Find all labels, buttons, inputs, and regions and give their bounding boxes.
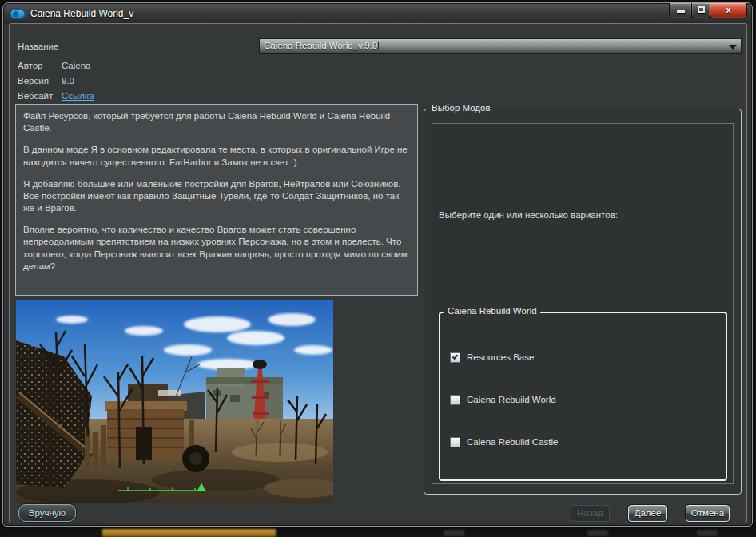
- minimize-button[interactable]: [669, 3, 692, 18]
- option-caiena-rebuild-world[interactable]: Caiena Rebuild World: [450, 393, 556, 406]
- taskbar-strip: [0, 527, 756, 537]
- mod-options-title: Caiena Rebuild World: [444, 306, 540, 316]
- option-label: Resources Base: [467, 352, 534, 362]
- manual-button[interactable]: Вручную: [18, 504, 76, 522]
- window-controls: x: [670, 3, 747, 19]
- installer-content: Название Caiena Rebuild World_v.9.0 Авто…: [9, 23, 747, 523]
- app-icon: [10, 9, 26, 19]
- titlebar[interactable]: Caiena Rebuild World_v: [4, 4, 751, 24]
- selection-instruction: Выберите один или несколько вариантов:: [439, 210, 618, 220]
- window-title: Caiena Rebuild World_v: [30, 8, 133, 19]
- check-icon: [452, 353, 459, 360]
- text-caret: [378, 42, 379, 50]
- option-caiena-rebuild-castle[interactable]: Caiena Rebuild Castle: [450, 436, 558, 448]
- website-label: Вебсайт: [18, 91, 53, 101]
- maximize-button[interactable]: [691, 3, 710, 18]
- checkbox-resources-base[interactable]: [450, 352, 460, 363]
- mod-selection-inner-panel: Выберите один или несколько вариантов: C…: [432, 123, 734, 484]
- chevron-down-icon: [729, 45, 737, 50]
- mod-selection-title: Выбор Модов: [428, 103, 494, 113]
- author-value: Caiena: [62, 61, 90, 70]
- mod-selection-group: Выбор Модов Выберите один или несколько …: [424, 109, 742, 495]
- website-link[interactable]: Ссылка: [62, 91, 94, 101]
- checkbox-caiena-rebuild-castle[interactable]: [450, 437, 460, 448]
- description-paragraph: Вполне вероятно, что количество и качест…: [23, 224, 410, 272]
- next-button[interactable]: Далее: [628, 505, 667, 522]
- taskbar-item: [587, 530, 608, 536]
- mod-version-value: Caiena Rebuild World_v.9.0: [264, 41, 377, 50]
- installer-window: Caiena Rebuild World_v x Название Caiena…: [2, 2, 753, 527]
- description-paragraph: Я добавляю большие или маленькие построй…: [23, 178, 410, 215]
- cancel-button[interactable]: Отмена: [686, 505, 730, 522]
- taskbar-item: [444, 530, 464, 536]
- option-label: Caiena Rebuild World: [467, 395, 556, 404]
- checkbox-caiena-rebuild-world[interactable]: [450, 395, 460, 405]
- mod-screenshot[interactable]: [16, 300, 333, 503]
- mod-options-group: Caiena Rebuild World Resources Base Caie…: [439, 312, 727, 481]
- minimize-icon: [677, 10, 685, 13]
- description-paragraph: В данном моде Я в основном редактировала…: [23, 144, 410, 168]
- close-icon: x: [726, 5, 730, 14]
- option-resources-base[interactable]: Resources Base: [450, 351, 534, 364]
- taskbar-item: [697, 530, 718, 536]
- back-button[interactable]: Назад: [571, 505, 610, 522]
- mod-description-box[interactable]: Файл Ресурсов, который требуется для раб…: [15, 104, 418, 296]
- taskbar-alert-button: [102, 529, 276, 537]
- version-label: Версия: [18, 76, 49, 86]
- author-label: Автор: [18, 61, 42, 70]
- mod-version-dropdown[interactable]: Caiena Rebuild World_v.9.0: [259, 38, 742, 54]
- option-label: Caiena Rebuild Castle: [467, 437, 558, 447]
- maximize-icon: [698, 6, 705, 13]
- version-value: 9.0: [62, 76, 74, 86]
- close-button[interactable]: x: [710, 3, 747, 18]
- description-paragraph: Файл Ресурсов, который требуется для раб…: [23, 110, 410, 134]
- name-label: Название: [18, 42, 58, 51]
